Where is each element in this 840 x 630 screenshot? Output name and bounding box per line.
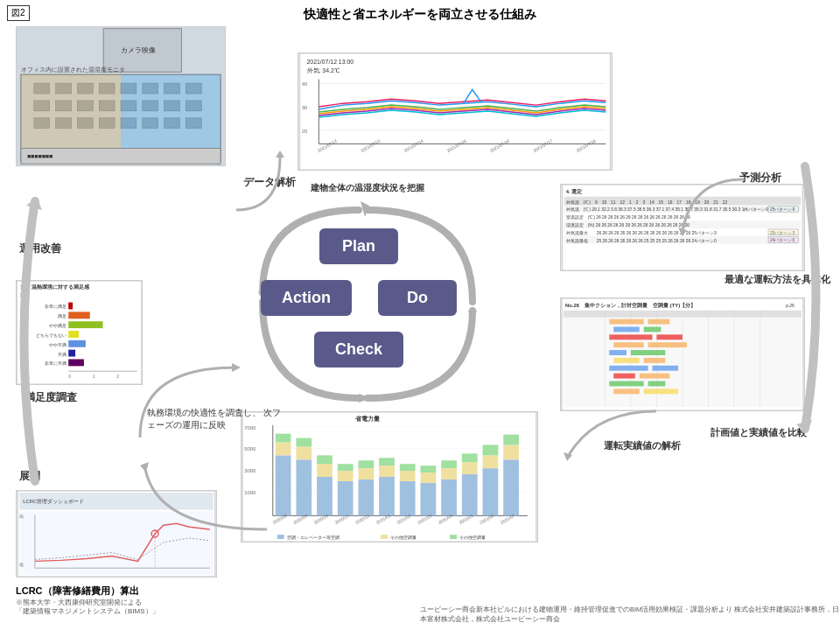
pdca-plan-button[interactable]: Plan bbox=[319, 228, 398, 264]
svg-rect-126 bbox=[338, 464, 354, 471]
svg-rect-85 bbox=[644, 326, 662, 332]
svg-rect-90 bbox=[609, 350, 626, 355]
svg-text:2021/07/12 13:00: 2021/07/12 13:00 bbox=[307, 59, 354, 65]
svg-text:湿度設定　(%)  26  26  26  26  26  : 湿度設定 (%) 26 26 26 26 26 26 26 26 26 26 2… bbox=[566, 222, 690, 228]
svg-rect-175 bbox=[68, 331, 79, 338]
svg-rect-82 bbox=[609, 319, 643, 325]
svg-rect-130 bbox=[379, 477, 395, 515]
svg-rect-125 bbox=[338, 471, 354, 481]
svg-rect-99 bbox=[648, 382, 666, 387]
svg-text:省電力量: 省電力量 bbox=[355, 415, 380, 422]
svg-rect-178 bbox=[68, 359, 84, 366]
svg-rect-128 bbox=[358, 468, 374, 480]
svg-rect-147 bbox=[483, 444, 499, 455]
svg-rect-173 bbox=[68, 312, 90, 318]
lcrc-dashboard-image: LCRC管理ダッシュボード 高 低 bbox=[16, 490, 217, 578]
svg-rect-91 bbox=[631, 350, 665, 355]
svg-rect-100 bbox=[613, 388, 640, 394]
svg-rect-127 bbox=[358, 480, 374, 515]
svg-rect-123 bbox=[317, 455, 332, 464]
svg-text:その他空調量: その他空調量 bbox=[390, 535, 416, 540]
svg-rect-121 bbox=[317, 477, 332, 515]
pdca-check-button[interactable]: Check bbox=[314, 332, 403, 368]
svg-rect-172 bbox=[68, 303, 73, 310]
svg-rect-139 bbox=[441, 480, 457, 515]
svg-text:20: 20 bbox=[302, 129, 308, 134]
svg-rect-177 bbox=[68, 350, 75, 357]
svg-rect-94 bbox=[609, 366, 648, 371]
svg-text:低: 低 bbox=[19, 563, 24, 567]
svg-rect-92 bbox=[613, 358, 640, 363]
svg-text:やや満足: やや満足 bbox=[49, 323, 66, 328]
svg-rect-148 bbox=[503, 459, 519, 515]
svg-rect-84 bbox=[613, 326, 640, 332]
svg-text:外気温　(℃)　9　10　11　12　1　2　3　14　15: 外気温 (℃) 9 10 11 12 1 2 3 14 15 16 17 18 … bbox=[566, 200, 728, 205]
svg-marker-210 bbox=[140, 462, 149, 472]
svg-rect-115 bbox=[276, 455, 291, 515]
svg-rect-96 bbox=[613, 374, 635, 379]
svg-text:オフィス内に設置された温湿度モニタ: オフィス内に設置された温湿度モニタ bbox=[21, 66, 125, 74]
svg-marker-206 bbox=[564, 452, 572, 461]
svg-rect-98 bbox=[609, 382, 643, 387]
svg-text:計画: 計画 bbox=[20, 292, 29, 298]
svg-text:1: 1 bbox=[93, 374, 95, 379]
svg-rect-124 bbox=[338, 481, 354, 515]
svg-marker-204 bbox=[276, 150, 284, 158]
svg-rect-135 bbox=[400, 464, 416, 471]
svg-rect-95 bbox=[653, 366, 679, 371]
svg-rect-138 bbox=[421, 466, 437, 472]
svg-rect-117 bbox=[276, 434, 291, 443]
svg-text:4. 選定: 4. 選定 bbox=[566, 188, 583, 194]
svg-text:25パターン3: 25パターン3 bbox=[770, 231, 794, 235]
svg-text:外気温最大　　26  26  26  26  26  26 : 外気温最大 26 26 26 26 26 26 26 26 26 26 26 2… bbox=[566, 230, 717, 235]
compare-label: 計画値と実績値を比較 bbox=[710, 426, 807, 439]
svg-rect-89 bbox=[648, 342, 687, 347]
svg-rect-86 bbox=[609, 334, 652, 340]
footnote: ※熊本大学・大西康仰研究室開発による 「建築情報マネジメントシステム（BIMS）… bbox=[16, 598, 159, 617]
svg-text:非常に不満: 非常に不満 bbox=[45, 360, 66, 366]
svg-text:2: 2 bbox=[116, 374, 119, 379]
svg-marker-207 bbox=[232, 363, 241, 372]
svg-text:24パターン0: 24パターン0 bbox=[770, 238, 794, 242]
svg-rect-141 bbox=[441, 460, 457, 468]
pattern-table: 4. 選定 外気温 (℃) 9 10 11 12 1 2 3 14 15 16 … bbox=[560, 184, 805, 271]
pdca-action-button[interactable]: Action bbox=[261, 280, 352, 316]
svg-rect-120 bbox=[296, 438, 312, 447]
satisfaction-survey-label: 満足度調査 bbox=[24, 390, 77, 405]
svg-text:空調・エレベーター等空調: 空調・エレベーター等空調 bbox=[287, 535, 340, 540]
svg-rect-174 bbox=[68, 321, 102, 328]
svg-text:カメラ映像: カメラ映像 bbox=[121, 46, 156, 54]
svg-text:30: 30 bbox=[302, 105, 308, 110]
operation-analysis-label: 運転実績値の解析 bbox=[604, 439, 681, 452]
svg-text:LCRC管理ダッシュボード: LCRC管理ダッシュボード bbox=[23, 499, 84, 504]
svg-text:3000: 3000 bbox=[244, 468, 256, 473]
temperature-graph: 2021/07/12 13:00 外気: 34.2℃ 40 30 20 2021… bbox=[298, 52, 612, 171]
svg-text:5000: 5000 bbox=[244, 446, 256, 452]
svg-text:どちらでもない: どちらでもない bbox=[36, 333, 66, 338]
svg-rect-136 bbox=[421, 483, 437, 515]
schedule-table: No.26 集中クション，計対空調量 空調量 (TY)【分】 bbox=[560, 298, 805, 411]
svg-text:■■■■■■■: ■■■■■■■ bbox=[27, 153, 52, 159]
pdca-do-button[interactable]: Do bbox=[378, 280, 457, 316]
svg-text:p.26: p.26 bbox=[786, 304, 794, 308]
data-analysis-label: データ解析 bbox=[243, 175, 296, 190]
svg-rect-146 bbox=[483, 455, 499, 468]
prediction-analysis-label: 予測分析 bbox=[739, 171, 781, 186]
building-temperature-label: 建物全体の温湿度状況を把握 bbox=[311, 182, 424, 194]
svg-rect-129 bbox=[358, 460, 374, 468]
svg-text:1000: 1000 bbox=[244, 490, 256, 495]
main-title: 快適性と省エネルギーを両立させる仕組み bbox=[0, 7, 840, 23]
svg-rect-134 bbox=[400, 471, 416, 481]
svg-text:25パターン9: 25パターン9 bbox=[770, 207, 794, 212]
svg-text:高: 高 bbox=[19, 514, 24, 519]
svg-rect-133 bbox=[400, 481, 416, 515]
phase-reflection-text: 執務環境の快適性を調査し、 次フェーズの運用に反映 bbox=[147, 407, 287, 431]
svg-rect-193 bbox=[19, 512, 213, 576]
svg-text:不満: 不満 bbox=[58, 352, 66, 357]
svg-marker-201 bbox=[359, 394, 372, 402]
svg-rect-143 bbox=[462, 462, 478, 474]
svg-rect-150 bbox=[503, 435, 519, 445]
bim-building-image: カメラ映像 bbox=[16, 26, 226, 166]
svg-text:外気: 34.2℃: 外気: 34.2℃ bbox=[307, 67, 340, 74]
svg-rect-97 bbox=[640, 374, 669, 379]
